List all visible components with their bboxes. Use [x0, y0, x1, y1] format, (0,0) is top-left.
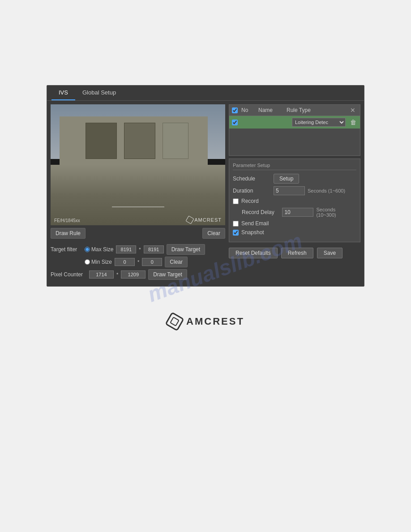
clear-target-button[interactable]: Clear — [165, 257, 188, 267]
camera-view: FE/H/1845xx AMCREST — [51, 104, 225, 225]
duration-row: Duration 5 Seconds (1~600) — [233, 186, 356, 195]
reset-defaults-button[interactable]: Reset Defaults — [229, 248, 278, 258]
cam-logo: AMCREST — [187, 217, 222, 223]
cam-ground — [51, 165, 225, 225]
parameter-setup-title: Parameter Setup — [233, 163, 356, 170]
record-checkbox-row: Record — [233, 198, 356, 204]
content-area: FE/H/1845xx AMCREST Draw Rule Clear Targ… — [47, 101, 364, 286]
record-label: Record — [241, 198, 259, 204]
target-filter-max-row: Target filter Max Size 8191 * 8191 Draw … — [51, 243, 225, 256]
setup-button[interactable]: Setup — [274, 174, 299, 184]
min-size-height-input[interactable]: 0 — [142, 258, 162, 266]
min-size-width-input[interactable]: 0 — [115, 258, 135, 266]
max-size-radio-label[interactable]: Max Size — [85, 246, 113, 253]
duration-label: Duration — [233, 188, 271, 194]
draw-rule-button[interactable]: Draw Rule — [51, 228, 86, 239]
pixel-counter-separator: * — [116, 272, 118, 277]
cam-door1 — [86, 123, 117, 159]
rule-table: No Name Rule Type ✕ — [229, 104, 360, 156]
page-wrapper: IVS Global Setup FE/H — [0, 9, 411, 348]
logo-hex-icon — [167, 313, 183, 330]
min-size-radio-label[interactable]: Min Size — [85, 259, 112, 265]
target-filter-label: Target filter — [51, 246, 82, 253]
draw-rule-row: Draw Rule Clear — [51, 225, 225, 241]
record-delay-label: Record Delay — [242, 209, 279, 215]
parameter-setup: Parameter Setup Schedule Setup Duration … — [229, 159, 360, 242]
cam-logo-hex-icon — [186, 215, 194, 224]
tab-ivs[interactable]: IVS — [51, 86, 75, 100]
send-email-row: Send Email — [233, 220, 356, 227]
bottom-logo: AMCREST — [167, 313, 244, 330]
min-size-separator: * — [137, 259, 139, 265]
schedule-label: Schedule — [233, 176, 271, 182]
pixel-counter-x-input[interactable]: 1714 — [89, 270, 114, 279]
snapshot-row: Snapshot — [233, 229, 356, 236]
pixel-counter-row: Pixel Counter 1714 * 1209 Draw Target — [51, 268, 225, 281]
rule-table-wrapper: No Name Rule Type ✕ — [229, 104, 360, 156]
record-checkbox[interactable] — [233, 198, 239, 204]
send-email-label: Send Email — [241, 220, 269, 227]
record-delay-input[interactable]: 10 — [282, 208, 313, 217]
save-button[interactable]: Save — [317, 248, 342, 258]
tab-bar: IVS Global Setup — [47, 86, 364, 101]
bottom-buttons: Reset Defaults Refresh Save — [229, 248, 360, 258]
cam-road-line — [111, 206, 164, 207]
rule-type-select[interactable]: Loitering Detec Tripwire Intrusion Fast … — [292, 118, 346, 127]
pixel-counter-label: Pixel Counter — [51, 271, 86, 278]
max-size-width-input[interactable]: 8191 — [116, 245, 136, 253]
cam-door2 — [124, 123, 155, 159]
max-size-label: Max Size — [91, 246, 113, 253]
max-size-separator: * — [139, 247, 141, 252]
record-delay-row: Record Delay 10 Seconds (10~300) — [233, 207, 356, 218]
target-filter-section: Target filter Max Size 8191 * 8191 Draw … — [51, 241, 225, 283]
refresh-button[interactable]: Refresh — [281, 248, 313, 258]
record-delay-hint: Seconds (10~300) — [316, 207, 356, 218]
rule-select-all-checkbox[interactable] — [232, 107, 238, 113]
schedule-row: Schedule Setup — [233, 174, 356, 184]
rule-delete-button[interactable]: 🗑 — [349, 119, 357, 126]
target-filter-min-row: Min Size 0 * 0 Clear — [51, 256, 225, 268]
snapshot-label: Snapshot — [241, 229, 264, 236]
camera-background — [51, 104, 225, 225]
main-panel: IVS Global Setup FE/H — [47, 85, 364, 287]
rule-col-no-header: No — [241, 107, 255, 113]
draw-target-max-button[interactable]: Draw Target — [167, 244, 205, 255]
pixel-counter-y-input[interactable]: 1209 — [121, 270, 146, 279]
max-size-radio[interactable] — [85, 247, 90, 252]
tab-global-setup[interactable]: Global Setup — [75, 86, 123, 100]
rule-col-type-header: Rule Type — [287, 107, 345, 113]
min-size-label: Min Size — [91, 259, 112, 265]
snapshot-checkbox[interactable] — [233, 230, 239, 236]
clear-rule-button[interactable]: Clear — [202, 228, 225, 239]
cam-door3 — [163, 123, 189, 159]
rule-col-name-header: Name — [258, 107, 283, 113]
rule-table-row: Loitering Detec Tripwire Intrusion Fast … — [229, 116, 360, 129]
cam-logo-text: AMCREST — [194, 217, 222, 223]
draw-target-pixel-button[interactable]: Draw Target — [148, 269, 187, 280]
send-email-checkbox[interactable] — [233, 221, 239, 227]
rule-table-footer — [229, 129, 360, 155]
max-size-height-input[interactable]: 8191 — [144, 245, 164, 253]
min-size-radio[interactable] — [85, 259, 90, 265]
left-panel: FE/H/1845xx AMCREST Draw Rule Clear Targ… — [51, 104, 225, 283]
rule-row-checkbox[interactable] — [232, 120, 238, 125]
duration-input[interactable]: 5 — [274, 186, 305, 195]
bottom-logo-text: AMCREST — [186, 316, 244, 327]
add-rule-button[interactable]: ✕ — [348, 107, 357, 114]
duration-hint: Seconds (1~600) — [308, 188, 345, 193]
rule-table-header: No Name Rule Type ✕ — [229, 105, 360, 116]
cam-overlay-text: FE/H/1845xx — [54, 218, 80, 223]
right-panel: No Name Rule Type ✕ — [229, 104, 360, 283]
rule-col-action-header: ✕ — [348, 107, 357, 114]
